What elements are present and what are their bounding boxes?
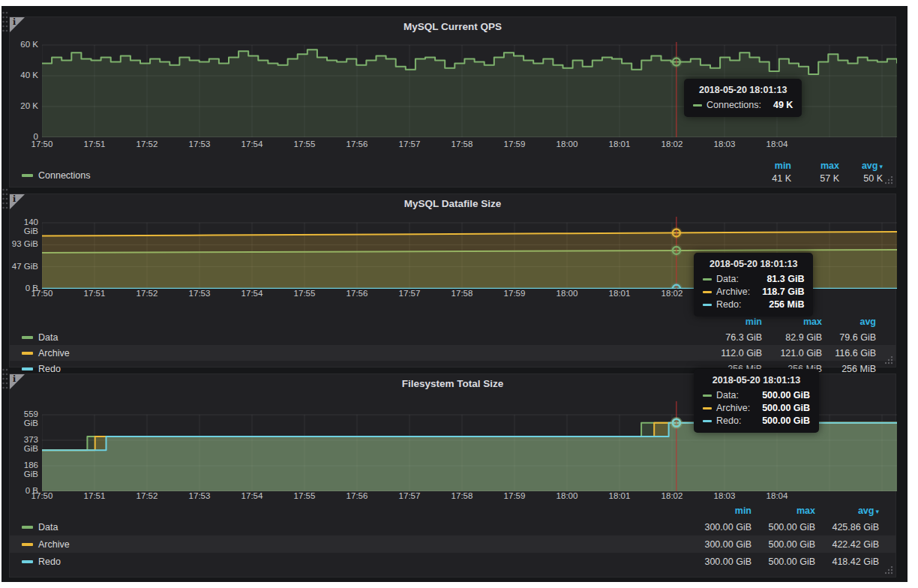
series-color-dash-icon (22, 560, 33, 563)
drag-dot (6, 26, 8, 28)
chart-tooltip: 2018-05-20 18:01:13Data:81.3 GiBArchive:… (694, 253, 813, 316)
legend-stat-value: 121.0 GiB (762, 348, 822, 358)
row-drag-handle-icon[interactable] (2, 368, 9, 390)
drag-dot (2, 21, 4, 23)
legend-series-label: Data (38, 522, 58, 532)
legend-series-toggle[interactable]: Archive (10, 539, 684, 550)
tooltip-series-label: Redo: (716, 299, 741, 310)
x-axis-tick: 17:58 (446, 289, 478, 298)
tooltip-series-value: 500.00 GiB (762, 403, 810, 413)
legend-stat-value: 300.00 GiB (684, 522, 752, 532)
x-axis-tick: 18:01 (603, 491, 636, 500)
drag-dot (2, 198, 4, 200)
x-axis-tick: 17:53 (183, 491, 216, 500)
x-axis-tick: 18:00 (550, 140, 584, 148)
row-drag-handle-icon[interactable] (2, 10, 9, 33)
legend-stat-value: 500.00 GiB (752, 556, 815, 567)
y-axis-tick: 140 GiB (10, 218, 38, 236)
panel-title[interactable]: MySQL Current QPS (10, 21, 896, 32)
series-color-dash-icon (703, 291, 712, 293)
legend-stat-value: 57 K (791, 173, 839, 184)
x-axis-tick: 18:04 (760, 140, 794, 148)
series-color-dash-icon (693, 104, 702, 106)
x-axis-tick: 17:50 (26, 140, 58, 148)
panel-resize-handle-icon[interactable] (885, 176, 894, 185)
legend-sort-max[interactable]: max (762, 316, 822, 327)
y-axis-tick: 60 K (10, 40, 38, 49)
y-axis-tick: 20 K (10, 101, 38, 110)
drag-dot (6, 30, 8, 32)
legend-stat-value: 300.00 GiB (684, 539, 752, 550)
series-color-dash-icon (703, 394, 712, 397)
legend-series-toggle[interactable]: Data (10, 522, 684, 532)
legend-stat-value: 82.9 GiB (762, 332, 822, 343)
legend-stat-value: 112.0 GiB (702, 348, 762, 358)
legend-series-toggle[interactable]: Data (10, 332, 702, 343)
legend-series-toggle[interactable]: Archive (10, 348, 702, 358)
sort-caret-icon: ▾ (875, 508, 879, 515)
tooltip-series-value: 500.00 GiB (762, 390, 810, 400)
series-color-dash-icon (22, 526, 33, 529)
series-color-dash-icon (22, 368, 33, 370)
legend-series-toggle[interactable]: Redo (10, 364, 702, 374)
legend-stat-value: 76.3 GiB (702, 332, 762, 343)
tooltip-series-value: 118.7 GiB (762, 286, 804, 297)
legend-stat-value: 500.00 GiB (752, 522, 815, 532)
series-color-dash-icon (703, 407, 712, 410)
legend-sort-min[interactable]: min (684, 506, 752, 516)
legend-row: Data300.00 GiB500.00 GiB425.86 GiB (10, 518, 896, 536)
x-axis-tick: 17:53 (183, 140, 216, 148)
tooltip-timestamp: 2018-05-20 18:01:13 (703, 375, 810, 386)
panel-resize-handle-icon[interactable] (885, 356, 894, 365)
legend-stat-value: 41 K (743, 173, 791, 184)
panel-title[interactable]: MySQL Datafile Size (10, 198, 896, 209)
row-drag-handle-icon[interactable] (2, 188, 9, 210)
series-color-dash-icon (22, 174, 33, 177)
y-axis-tick: 559 GiB (10, 410, 38, 428)
legend-sort-avg[interactable]: avg (822, 316, 876, 327)
tooltip-series-row: Data:500.00 GiB (703, 390, 810, 400)
legend-row: Redo300.00 GiB500.00 GiB418.42 GiB (10, 553, 896, 570)
drag-dot (2, 374, 4, 376)
drag-dot (6, 12, 8, 14)
legend-sort-min[interactable]: min (702, 316, 762, 327)
resize-dot (888, 182, 890, 184)
tooltip-timestamp: 2018-05-20 18:01:13 (703, 259, 804, 269)
resize-dot (888, 569, 890, 571)
drag-dot (2, 26, 4, 28)
legend-sort-min[interactable]: min (743, 160, 791, 171)
x-axis-tick: 18:02 (656, 140, 688, 148)
x-axis-tick: 18:01 (603, 289, 636, 298)
x-axis-tick: 17:55 (288, 491, 321, 500)
series-color-dash-icon (22, 352, 33, 355)
drag-dot (6, 382, 8, 385)
x-axis-tick: 17:59 (498, 289, 531, 298)
legend-sort-avg[interactable]: avg▾ (815, 506, 879, 516)
drag-dot (6, 189, 8, 191)
tooltip-series-row: Connections:49 K (693, 100, 793, 110)
x-axis-tick: 17:50 (26, 491, 58, 500)
x-axis-tick: 18:02 (656, 491, 688, 500)
legend-stat-value: 50 K (839, 173, 883, 184)
drag-dot (2, 30, 4, 32)
legend-sort-avg[interactable]: avg▾ (839, 160, 883, 171)
legend-series-toggle[interactable]: Redo (10, 556, 684, 567)
drag-dot (6, 21, 8, 23)
panel-resize-handle-icon[interactable] (885, 566, 894, 575)
tooltip-series-label: Redo: (716, 416, 741, 426)
x-axis-tick: 17:52 (130, 491, 164, 500)
x-axis-tick: 17:58 (446, 491, 478, 500)
drag-dot (6, 16, 8, 19)
y-axis-tick: 47 GiB (10, 262, 38, 271)
legend-series-toggle[interactable]: Connections (22, 170, 91, 181)
legend-stat-value: 425.86 GiB (815, 522, 879, 532)
x-axis-tick: 18:02 (656, 289, 688, 298)
legend-series-label: Archive (38, 539, 70, 550)
legend-sort-max[interactable]: max (752, 506, 815, 516)
tooltip-timestamp: 2018-05-20 18:01:13 (693, 85, 793, 95)
x-axis-tick: 18:03 (708, 140, 741, 148)
x-axis-tick: 17:57 (393, 289, 426, 298)
resize-dot (891, 566, 892, 568)
legend-sort-max[interactable]: max (791, 160, 839, 171)
resize-dot (888, 572, 890, 574)
